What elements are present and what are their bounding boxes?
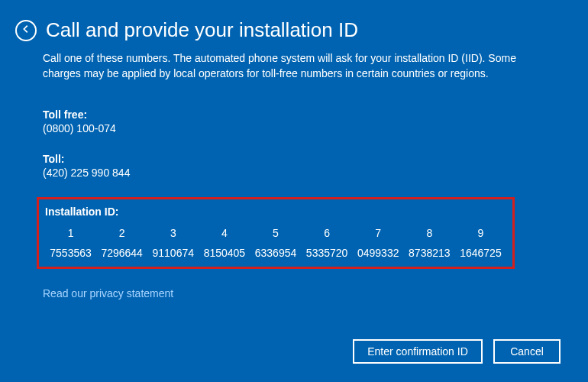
- toll-label: Toll:: [43, 153, 545, 165]
- id-column-value: 7296644: [96, 247, 147, 259]
- id-column: 7 0499332: [353, 227, 404, 259]
- toll-free-section: Toll free: (0800) 100-074: [43, 108, 545, 134]
- id-column-index: 6: [302, 227, 353, 239]
- toll-section: Toll: (420) 225 990 844: [43, 153, 545, 179]
- id-column-index: 3: [147, 227, 199, 239]
- id-column-index: 4: [199, 227, 250, 239]
- id-column-value: 8738213: [404, 247, 455, 259]
- toll-free-number: (0800) 100-074: [43, 122, 545, 134]
- id-column-value: 9110674: [147, 247, 199, 259]
- id-column-index: 9: [455, 227, 506, 239]
- id-column-value: 6336954: [250, 247, 301, 259]
- id-column: 3 9110674: [147, 227, 199, 259]
- id-column: 4 8150405: [199, 227, 250, 259]
- id-column-value: 5335720: [302, 247, 353, 259]
- enter-confirmation-button[interactable]: Enter confirmation ID: [353, 339, 483, 364]
- arrow-left-icon: [21, 24, 31, 37]
- id-column-value: 0499332: [353, 247, 404, 259]
- privacy-statement-link[interactable]: Read our privacy statement: [43, 287, 173, 299]
- back-button[interactable]: [15, 20, 37, 41]
- installation-id-box: Installation ID: 1 7553563 2 7296644 3 9…: [37, 197, 515, 269]
- page-title: Call and provide your installation ID: [46, 18, 358, 42]
- id-column: 1 7553563: [45, 227, 96, 259]
- installation-id-grid: 1 7553563 2 7296644 3 9110674 4 8150405 …: [45, 227, 506, 259]
- id-column: 6 5335720: [302, 227, 353, 259]
- id-column: 8 8738213: [404, 227, 455, 259]
- id-column-index: 8: [404, 227, 455, 239]
- id-column-value: 8150405: [199, 247, 250, 259]
- cancel-button[interactable]: Cancel: [493, 339, 561, 364]
- id-column: 2 7296644: [96, 227, 147, 259]
- id-column-index: 1: [45, 227, 96, 239]
- toll-number: (420) 225 990 844: [43, 167, 545, 179]
- installation-id-label: Installation ID:: [45, 206, 506, 218]
- id-column-index: 2: [96, 227, 147, 239]
- id-column: 9 1646725: [455, 227, 506, 259]
- id-column-index: 7: [353, 227, 404, 239]
- id-column-value: 7553563: [45, 247, 96, 259]
- id-column-value: 1646725: [455, 247, 506, 259]
- toll-free-label: Toll free:: [43, 108, 545, 121]
- description-text: Call one of these numbers. The automated…: [43, 51, 545, 81]
- id-column-index: 5: [250, 227, 301, 239]
- id-column: 5 6336954: [250, 227, 301, 259]
